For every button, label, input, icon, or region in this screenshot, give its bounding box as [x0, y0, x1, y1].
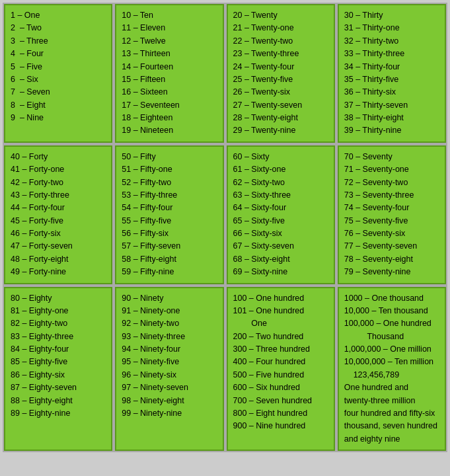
cell-20-29: 20 – Twenty 21 – Twenty-one 22 – Twenty-…	[227, 4, 335, 143]
cell-40-49: 40 – Forty 41 – Forty-one 42 – Forty-two…	[4, 145, 112, 284]
cell-70-79: 70 – Seventy 71 – Seventy-one 72 – Seven…	[338, 145, 446, 284]
cell-1-10-text: 1 – One 2 – Two 3 – Three 4 – Four 5 – F…	[11, 9, 106, 124]
cell-1-10: 1 – One 2 – Two 3 – Three 4 – Four 5 – F…	[4, 4, 112, 143]
cell-90-99: 90 – Ninety 91 – Ninety-one 92 – Ninety-…	[115, 287, 223, 452]
cell-70-79-text: 70 – Seventy 71 – Seventy-one 72 – Seven…	[344, 151, 439, 279]
cell-10-19-text: 10 – Ten 11 – Eleven 12 – Twelve 13 – Th…	[122, 9, 217, 138]
cell-20-29-text: 20 – Twenty 21 – Twenty-one 22 – Twenty-…	[233, 9, 328, 138]
cell-100-900: 100 – One hundred 101 – One hundred One …	[227, 287, 335, 452]
cell-10-19: 10 – Ten 11 – Eleven 12 – Twelve 13 – Th…	[115, 4, 223, 143]
cell-80-89: 80 – Eighty 81 – Eighty-one 82 – Eighty-…	[4, 287, 112, 452]
cell-30-39: 30 – Thirty 31 – Thirty-one 32 – Thirty-…	[338, 4, 446, 143]
cell-90-99-text: 90 – Ninety 91 – Ninety-one 92 – Ninety-…	[122, 292, 217, 420]
cell-100-900-text: 100 – One hundred 101 – One hundred One …	[233, 292, 328, 433]
cell-50-59: 50 – Fifty 51 – Fifty-one 52 – Fifty-two…	[115, 145, 223, 284]
cell-1000-plus-text: 1000 – One thousand 10,000 – Ten thousan…	[344, 292, 439, 446]
cell-50-59-text: 50 – Fifty 51 – Fifty-one 52 – Fifty-two…	[122, 151, 217, 279]
cell-40-49-text: 40 – Forty 41 – Forty-one 42 – Forty-two…	[11, 151, 106, 279]
cell-80-89-text: 80 – Eighty 81 – Eighty-one 82 – Eighty-…	[11, 292, 106, 420]
cell-30-39-text: 30 – Thirty 31 – Thirty-one 32 – Thirty-…	[344, 9, 439, 138]
cell-60-69: 60 – Sixty 61 – Sixty-one 62 – Sixty-two…	[227, 145, 335, 284]
cell-1000-plus: 1000 – One thousand 10,000 – Ten thousan…	[338, 287, 446, 452]
numbers-grid: 1 – One 2 – Two 3 – Three 4 – Four 5 – F…	[3, 3, 447, 452]
cell-60-69-text: 60 – Sixty 61 – Sixty-one 62 – Sixty-two…	[233, 151, 328, 279]
